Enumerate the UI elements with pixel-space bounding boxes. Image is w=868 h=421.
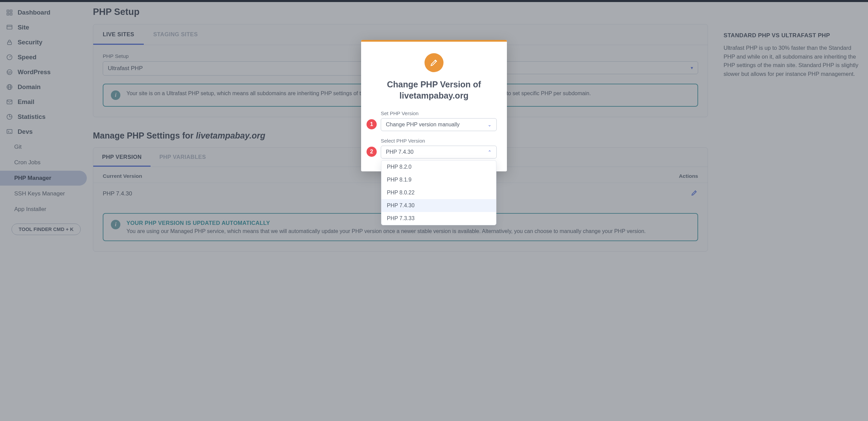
modal-title-prefix: Change PHP Version of [387, 80, 481, 89]
select-php-value: PHP 7.4.30 [386, 149, 414, 155]
php-option[interactable]: PHP 8.0.22 [381, 186, 496, 199]
modal-title: Change PHP Version of livetampabay.org [371, 79, 497, 101]
php-option[interactable]: PHP 8.2.0 [381, 161, 496, 173]
step-badge-2: 2 [367, 147, 377, 157]
select-php-label: Select PHP Version [381, 138, 497, 144]
step-badge-1: 1 [367, 119, 377, 129]
change-php-modal: Change PHP Version of livetampabay.org 1… [361, 40, 507, 171]
modal-overlay[interactable]: Change PHP Version of livetampabay.org 1… [0, 0, 868, 421]
php-version-dropdown: PHP 8.2.0 PHP 8.1.9 PHP 8.0.22 PHP 7.4.3… [381, 160, 496, 225]
pencil-badge-icon [425, 53, 443, 72]
select-php-select[interactable]: PHP 7.4.30 ⌄ PHP 8.2.0 PHP 8.1.9 PHP 8.0… [381, 146, 497, 159]
php-option[interactable]: PHP 8.1.9 [381, 173, 496, 186]
php-option-selected[interactable]: PHP 7.4.30 [381, 199, 496, 212]
set-php-value: Change PHP version manually [386, 122, 460, 128]
field-select-php: 2 Select PHP Version PHP 7.4.30 ⌄ PHP 8.… [381, 138, 497, 159]
chevron-down-icon: ⌄ [488, 122, 492, 127]
php-option[interactable]: PHP 7.3.33 [381, 212, 496, 225]
chevron-up-icon: ⌄ [488, 149, 492, 155]
modal-title-site: livetampabay.org [399, 91, 469, 100]
set-php-label: Set PHP Version [381, 110, 497, 116]
field-set-php: 1 Set PHP Version Change PHP version man… [381, 110, 497, 131]
set-php-select[interactable]: Change PHP version manually ⌄ [381, 118, 497, 131]
